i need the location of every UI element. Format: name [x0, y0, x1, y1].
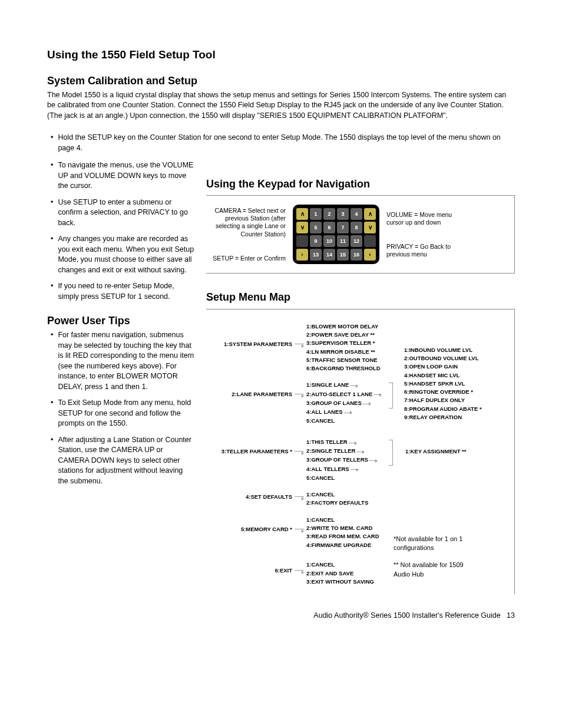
heading-power-tips: Power User Tips — [47, 314, 194, 328]
menu-row-teller: 3:TELLER PARAMETERS * 1:THIS TELLER 2:SI… — [213, 438, 507, 482]
top-bullet: Hold the SETUP key on the Counter Statio… — [47, 133, 515, 153]
key-8: 8 — [351, 222, 362, 233]
label-camera: CAMERA = Select next or previous Station… — [206, 207, 286, 238]
label-privacy: PRIVACY = Go Back to previous menu — [386, 243, 456, 258]
menu-map-diagram: 1:SYSTEM PARAMETERS 1:BLOWER MOTOR DELAY… — [206, 309, 515, 595]
key-3: 3 — [337, 208, 349, 220]
keypad-grid: ∧ 1 2 3 4 ∧ ∨ 5 6 7 8 ∨ 9 10 11 12 › 13 — [293, 205, 379, 264]
key-2: 2 — [323, 208, 335, 220]
blank-key — [364, 235, 376, 247]
camera-down-key: ∨ — [296, 222, 308, 233]
keypad-diagram: CAMERA = Select next or previous Station… — [206, 195, 515, 274]
footnote-1: *Not available for 1 on 1 configurations — [394, 535, 479, 553]
key-11: 11 — [337, 235, 349, 247]
key-13: 13 — [310, 249, 322, 261]
key-14: 14 — [323, 249, 335, 261]
footnote-2: ** Not available for 1509 Audio Hub — [394, 561, 479, 579]
label-volume: VOLUME = Move menu cursor up and down — [386, 211, 456, 226]
intro-paragraph: The Model 1550 is a liquid crystal displ… — [47, 90, 515, 121]
volume-up-key: ∧ — [364, 208, 376, 220]
key-9: 9 — [310, 235, 322, 247]
key-4: 4 — [351, 208, 362, 220]
key-16: 16 — [351, 249, 362, 261]
menu-row-defaults: 4:SET DEFAULTS 1:CANCEL 2:FACTORY DEFAUL… — [213, 490, 507, 508]
key-12: 12 — [351, 235, 362, 247]
menu-row-memory: 5:MEMORY CARD * 1:CANCEL 2:WRITE TO MEM.… — [213, 516, 507, 553]
key-7: 7 — [337, 222, 349, 233]
heading-keypad: Using the Keypad for Navigation — [206, 177, 515, 192]
key-5: 5 — [310, 222, 322, 233]
key-1: 1 — [310, 208, 322, 220]
blank-key — [296, 235, 308, 247]
key-10: 10 — [323, 235, 335, 247]
power-bullets: For faster menu navigation, submenus may… — [47, 330, 194, 486]
label-setup: SETUP = Enter or Confirm — [206, 255, 286, 262]
menu-row-lane: 2:LANE PARAMETERS 1:SINGLE LANE 2:AUTO-S… — [213, 381, 507, 425]
left-column: To navigate the menus, use the VOLUME UP… — [47, 160, 194, 594]
heading-menu-map: Setup Menu Map — [206, 290, 515, 305]
volume-down-key: ∨ — [364, 222, 376, 233]
setup-key: › — [296, 249, 308, 261]
heading-main: Using the 1550 Field Setup Tool — [47, 47, 515, 63]
key-15: 15 — [337, 249, 349, 261]
nav-bullets: To navigate the menus, use the VOLUME UP… — [47, 160, 194, 302]
menu-row-system: 1:SYSTEM PARAMETERS 1:BLOWER MOTOR DELAY… — [213, 322, 507, 373]
menu-row-exit: 6:EXIT 1:CANCEL 2:EXIT AND SAVE 3:EXIT W… — [213, 561, 507, 586]
key-6: 6 — [323, 222, 335, 233]
page-footer: Audio Authority® Series 1500 Installer's… — [47, 611, 515, 621]
privacy-key: ‹ — [364, 249, 376, 261]
right-column: Using the Keypad for Navigation CAMERA =… — [206, 160, 515, 594]
heading-calibration: System Calibration and Setup — [47, 74, 515, 88]
camera-up-key: ∧ — [296, 208, 308, 220]
